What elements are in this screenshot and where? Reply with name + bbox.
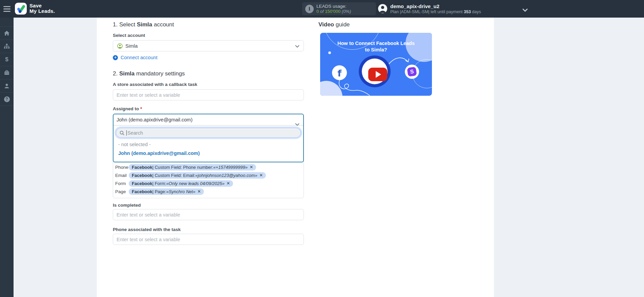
tag-middle-text: | Page: <box>152 189 166 194</box>
top-header-bar: Save My Leads. i LEADS usage: 0 of 150'0… <box>0 0 644 18</box>
play-triangle-icon <box>376 71 381 78</box>
dropdown-search-box[interactable] <box>116 128 301 138</box>
youtube-icon <box>368 68 387 81</box>
variable-tag: Facebook | Form: «Only new leads 04/09/2… <box>129 180 233 187</box>
section1-title-bold: Simla <box>137 21 152 28</box>
tag-row-label: Page <box>115 189 129 194</box>
thumbnail-title: How to Connect Facebook Leads to Simla? <box>320 40 432 53</box>
account-select-value: Simla <box>125 43 138 49</box>
variable-tag: Facebook | Custom Field: Email: «johnjoh… <box>129 172 266 179</box>
tag-source: Facebook <box>132 165 152 170</box>
youtube-play-button[interactable] <box>359 55 391 87</box>
account-select-chevron-down-icon <box>295 43 299 49</box>
user-menu-chevron-down-icon[interactable] <box>522 7 528 13</box>
sidebar-item-billing[interactable]: $ <box>0 53 14 66</box>
section1-title-suffix: account <box>152 21 174 28</box>
video-title-suffix: guide <box>334 21 350 28</box>
user-plan-info: Plan |ADM-SML-SM| left until payment 353… <box>390 9 481 14</box>
tag-value: «Synchro Net» <box>166 189 195 194</box>
variable-tag: Facebook | Page: «Synchro Net»✕ <box>129 188 204 195</box>
option-john[interactable]: John (demo.apixdrive@gmail.com) <box>118 151 303 156</box>
leads-usage-badge: i LEADS usage: 0 of 150'000 (0%) <box>302 2 376 15</box>
brand-name: Save My Leads. <box>29 3 55 14</box>
tag-source: Facebook <box>132 189 152 194</box>
sidebar-item-help[interactable]: ? <box>0 92 14 106</box>
plan-prefix: Plan |ADM-SML-SM| left until payment <box>390 9 464 14</box>
checkmark-logo-icon <box>15 3 27 15</box>
user-icon <box>3 83 10 89</box>
brand-logo[interactable] <box>15 3 27 15</box>
home-icon <box>3 30 10 37</box>
variable-tag: Facebook | Custom Field: Phone number: «… <box>129 164 256 170</box>
assigned-to-chevron-down-icon <box>295 119 299 130</box>
left-sidebar: $ ? <box>0 18 14 297</box>
brand-line-1: Save <box>29 3 55 8</box>
briefcase-icon <box>3 69 10 76</box>
assigned-to-label: Assigned to * <box>113 106 142 111</box>
section1-title: 1. Select Simla account <box>113 21 174 28</box>
tag-row-phone: Phone Facebook | Custom Field: Phone num… <box>115 163 302 171</box>
info-icon: i <box>305 5 314 13</box>
leads-percent: (0%) <box>340 9 351 14</box>
section2-title: 2. Simla mandatory settings <box>113 70 185 77</box>
dropdown-search-input[interactable] <box>127 130 297 136</box>
tag-row-page: Page Facebook | Page: «Synchro Net»✕ <box>115 187 302 196</box>
option-not-selected[interactable]: - not selected - <box>118 142 303 147</box>
lead-variables-field: Phone Facebook | Custom Field: Phone num… <box>113 159 304 198</box>
tag-source: Facebook <box>132 181 152 186</box>
dollar-icon: $ <box>5 56 8 63</box>
section1-title-prefix: 1. Select <box>113 21 137 28</box>
assigned-to-value-text: John (demo.apixdrive@gmail.com) <box>117 117 192 122</box>
sidebar-item-account[interactable] <box>0 79 14 92</box>
person-icon <box>378 4 387 13</box>
leads-total: 150'000 <box>325 9 340 14</box>
thumbnail-title-line2: to Simla? <box>320 47 432 53</box>
user-avatar[interactable] <box>378 4 387 13</box>
section2-title-suffix: mandatory settings <box>134 70 185 77</box>
task-phone-input[interactable] <box>113 234 304 245</box>
sidebar-item-integrations[interactable] <box>0 40 14 53</box>
account-person-icon <box>117 43 123 49</box>
tag-middle-text: | Custom Field: Email: <box>152 173 195 178</box>
store-field-input[interactable] <box>113 89 304 100</box>
task-phone-label: Phone associated with the task <box>113 227 181 232</box>
leads-of-word: of <box>319 9 325 14</box>
section2-title-bold: Simla <box>119 70 134 77</box>
is-completed-input[interactable] <box>113 209 304 220</box>
tag-close-icon[interactable]: ✕ <box>250 165 253 169</box>
sidebar-item-services[interactable] <box>0 66 14 79</box>
tag-close-icon[interactable]: ✕ <box>227 181 230 186</box>
thumbnail-title-line1: How to Connect Facebook Leads <box>320 40 432 47</box>
video-guide-thumbnail[interactable]: How to Connect Facebook Leads to Simla? … <box>320 33 432 96</box>
connect-account-link[interactable]: + Connect account <box>113 55 158 60</box>
is-completed-label: Is completed <box>113 203 141 208</box>
simla-icon: S <box>405 65 419 79</box>
video-guide-title: Video guide <box>318 21 350 28</box>
tag-middle-text: | Form: <box>152 181 166 186</box>
tag-value: «Only new leads 04/09/2025» <box>166 181 225 186</box>
question-icon: ? <box>4 96 10 102</box>
tag-row-label: Form <box>115 181 129 186</box>
sitemap-icon <box>3 43 10 50</box>
plus-icon: + <box>113 55 118 60</box>
hamburger-menu-icon[interactable] <box>3 6 11 12</box>
facebook-icon: f <box>332 65 347 80</box>
assigned-to-selected-value[interactable]: John (demo.apixdrive@gmail.com) <box>113 114 303 125</box>
sidebar-item-home[interactable] <box>0 26 14 40</box>
tag-value: «+15749999999» <box>213 165 248 170</box>
user-name[interactable]: demo_apix-drive_u2 <box>390 3 439 9</box>
plan-days-left: 353 <box>464 9 471 14</box>
assigned-to-dropdown: John (demo.apixdrive@gmail.com) - not se… <box>113 114 304 162</box>
tag-close-icon[interactable]: ✕ <box>259 173 263 178</box>
search-icon <box>120 131 124 135</box>
leads-usage-label: LEADS usage: <box>316 4 351 9</box>
tag-middle-text: | Custom Field: Phone number: <box>152 165 213 170</box>
tag-source: Facebook <box>132 173 152 178</box>
section2-title-prefix: 2. <box>113 70 119 77</box>
tag-close-icon[interactable]: ✕ <box>198 189 201 194</box>
tag-row-label: Email <box>115 173 129 178</box>
account-select[interactable]: Simla <box>113 40 304 51</box>
tag-value: «johnjohnson123@yahoo.com» <box>195 173 257 178</box>
tag-row-form: Form Facebook | Form: «Only new leads 04… <box>115 179 302 187</box>
select-account-label: Select account <box>113 33 145 38</box>
